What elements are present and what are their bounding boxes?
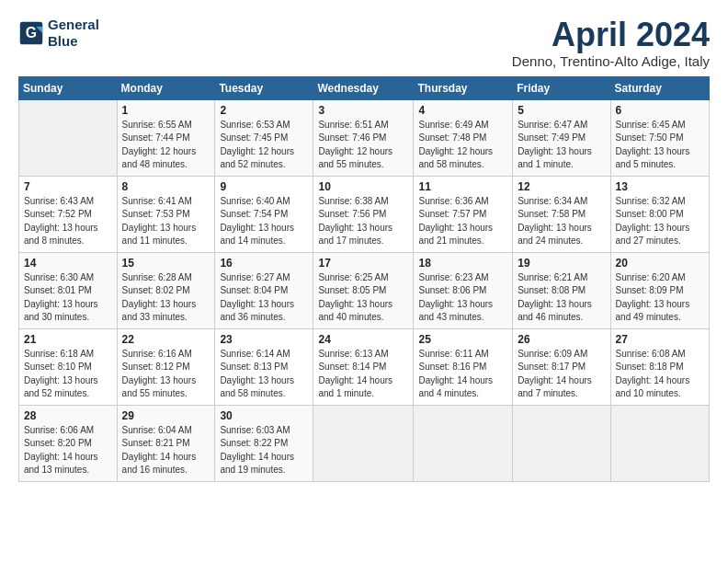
day-info: Sunrise: 6:04 AMSunset: 8:21 PMDaylight:… [122, 424, 210, 477]
day-cell [513, 405, 610, 481]
week-row-0: 1Sunrise: 6:55 AMSunset: 7:44 PMDaylight… [19, 99, 710, 176]
day-cell: 21Sunrise: 6:18 AMSunset: 8:10 PMDayligh… [19, 328, 118, 405]
day-number: 2 [220, 104, 308, 117]
header-friday: Friday [513, 76, 610, 99]
day-number: 21 [24, 333, 112, 346]
day-info: Sunrise: 6:41 AMSunset: 7:53 PMDaylight:… [122, 195, 210, 248]
day-info: Sunrise: 6:45 AMSunset: 7:50 PMDaylight:… [616, 119, 704, 172]
day-number: 4 [418, 104, 507, 117]
day-number: 8 [122, 180, 210, 193]
logo: G General Blue [18, 17, 99, 50]
week-row-4: 28Sunrise: 6:06 AMSunset: 8:20 PMDayligh… [19, 405, 710, 481]
day-number: 23 [220, 333, 308, 346]
day-cell: 7Sunrise: 6:43 AMSunset: 7:52 PMDaylight… [19, 176, 118, 252]
svg-text:G: G [26, 25, 37, 40]
day-cell: 3Sunrise: 6:51 AMSunset: 7:46 PMDaylight… [313, 99, 414, 176]
day-info: Sunrise: 6:27 AMSunset: 8:04 PMDaylight:… [220, 271, 308, 325]
day-cell: 1Sunrise: 6:55 AMSunset: 7:44 PMDaylight… [117, 99, 215, 176]
day-cell [414, 405, 513, 481]
month-title: April 2024 [512, 17, 710, 53]
day-number: 5 [518, 104, 605, 117]
day-cell: 8Sunrise: 6:41 AMSunset: 7:53 PMDaylight… [117, 176, 215, 252]
day-number: 15 [122, 257, 210, 270]
day-info: Sunrise: 6:20 AMSunset: 8:09 PMDaylight:… [616, 271, 704, 325]
day-cell: 10Sunrise: 6:38 AMSunset: 7:56 PMDayligh… [313, 176, 414, 252]
day-cell: 18Sunrise: 6:23 AMSunset: 8:06 PMDayligh… [414, 252, 513, 328]
day-number: 3 [318, 104, 408, 117]
calendar-body: 1Sunrise: 6:55 AMSunset: 7:44 PMDaylight… [19, 99, 710, 481]
day-cell: 19Sunrise: 6:21 AMSunset: 8:08 PMDayligh… [513, 252, 610, 328]
day-info: Sunrise: 6:36 AMSunset: 7:57 PMDaylight:… [418, 195, 507, 248]
day-cell: 15Sunrise: 6:28 AMSunset: 8:02 PMDayligh… [117, 252, 215, 328]
day-info: Sunrise: 6:51 AMSunset: 7:46 PMDaylight:… [318, 119, 408, 172]
day-number: 29 [122, 409, 210, 422]
day-cell: 27Sunrise: 6:08 AMSunset: 8:18 PMDayligh… [610, 328, 709, 405]
header-wednesday: Wednesday [313, 76, 414, 99]
day-info: Sunrise: 6:32 AMSunset: 8:00 PMDaylight:… [616, 195, 704, 248]
day-cell: 9Sunrise: 6:40 AMSunset: 7:54 PMDaylight… [215, 176, 313, 252]
day-info: Sunrise: 6:14 AMSunset: 8:13 PMDaylight:… [220, 348, 308, 401]
day-number: 17 [318, 257, 408, 270]
day-number: 9 [220, 180, 308, 193]
day-cell: 30Sunrise: 6:03 AMSunset: 8:22 PMDayligh… [215, 405, 313, 481]
title-area: April 2024 Denno, Trentino-Alto Adige, I… [512, 17, 710, 69]
day-cell: 24Sunrise: 6:13 AMSunset: 8:14 PMDayligh… [313, 328, 414, 405]
header-sunday: Sunday [19, 76, 118, 99]
day-number: 24 [318, 333, 408, 346]
day-info: Sunrise: 6:09 AMSunset: 8:17 PMDaylight:… [518, 348, 605, 401]
day-info: Sunrise: 6:23 AMSunset: 8:06 PMDaylight:… [418, 271, 507, 325]
day-number: 12 [518, 180, 605, 193]
day-info: Sunrise: 6:49 AMSunset: 7:48 PMDaylight:… [418, 119, 507, 172]
day-number: 18 [418, 257, 507, 270]
day-number: 26 [518, 333, 605, 346]
day-info: Sunrise: 6:21 AMSunset: 8:08 PMDaylight:… [518, 271, 605, 325]
day-info: Sunrise: 6:53 AMSunset: 7:45 PMDaylight:… [220, 119, 308, 172]
day-cell: 6Sunrise: 6:45 AMSunset: 7:50 PMDaylight… [610, 99, 709, 176]
location-subtitle: Denno, Trentino-Alto Adige, Italy [512, 53, 710, 69]
calendar-page: G General Blue April 2024 Denno, Trentin… [0, 0, 728, 563]
day-number: 27 [616, 333, 704, 346]
day-cell: 13Sunrise: 6:32 AMSunset: 8:00 PMDayligh… [610, 176, 709, 252]
day-info: Sunrise: 6:43 AMSunset: 7:52 PMDaylight:… [24, 195, 112, 248]
day-cell [610, 405, 709, 481]
day-info: Sunrise: 6:40 AMSunset: 7:54 PMDaylight:… [220, 195, 308, 248]
day-number: 20 [616, 257, 704, 270]
day-cell: 28Sunrise: 6:06 AMSunset: 8:20 PMDayligh… [19, 405, 118, 481]
day-cell: 26Sunrise: 6:09 AMSunset: 8:17 PMDayligh… [513, 328, 610, 405]
week-row-1: 7Sunrise: 6:43 AMSunset: 7:52 PMDaylight… [19, 176, 710, 252]
day-cell: 11Sunrise: 6:36 AMSunset: 7:57 PMDayligh… [414, 176, 513, 252]
day-cell: 25Sunrise: 6:11 AMSunset: 8:16 PMDayligh… [414, 328, 513, 405]
day-cell: 4Sunrise: 6:49 AMSunset: 7:48 PMDaylight… [414, 99, 513, 176]
week-row-2: 14Sunrise: 6:30 AMSunset: 8:01 PMDayligh… [19, 252, 710, 328]
day-number: 11 [418, 180, 507, 193]
day-info: Sunrise: 6:18 AMSunset: 8:10 PMDaylight:… [24, 348, 112, 401]
day-cell: 2Sunrise: 6:53 AMSunset: 7:45 PMDaylight… [215, 99, 313, 176]
day-number: 13 [616, 180, 704, 193]
day-cell: 23Sunrise: 6:14 AMSunset: 8:13 PMDayligh… [215, 328, 313, 405]
day-info: Sunrise: 6:16 AMSunset: 8:12 PMDaylight:… [122, 348, 210, 401]
day-number: 25 [418, 333, 507, 346]
day-number: 6 [616, 104, 704, 117]
logo-text: General Blue [48, 17, 99, 50]
day-info: Sunrise: 6:06 AMSunset: 8:20 PMDaylight:… [24, 424, 112, 477]
day-number: 7 [24, 180, 112, 193]
logo-icon: G [18, 20, 44, 46]
day-number: 30 [220, 409, 308, 422]
day-cell: 14Sunrise: 6:30 AMSunset: 8:01 PMDayligh… [19, 252, 118, 328]
day-cell: 12Sunrise: 6:34 AMSunset: 7:58 PMDayligh… [513, 176, 610, 252]
day-info: Sunrise: 6:03 AMSunset: 8:22 PMDaylight:… [220, 424, 308, 477]
day-info: Sunrise: 6:28 AMSunset: 8:02 PMDaylight:… [122, 271, 210, 325]
day-cell: 29Sunrise: 6:04 AMSunset: 8:21 PMDayligh… [117, 405, 215, 481]
day-number: 14 [24, 257, 112, 270]
day-info: Sunrise: 6:08 AMSunset: 8:18 PMDaylight:… [616, 348, 704, 401]
day-number: 22 [122, 333, 210, 346]
day-number: 28 [24, 409, 112, 422]
day-info: Sunrise: 6:34 AMSunset: 7:58 PMDaylight:… [518, 195, 605, 248]
week-row-3: 21Sunrise: 6:18 AMSunset: 8:10 PMDayligh… [19, 328, 710, 405]
day-number: 19 [518, 257, 605, 270]
header-row: SundayMondayTuesdayWednesdayThursdayFrid… [19, 76, 710, 99]
calendar-header: SundayMondayTuesdayWednesdayThursdayFrid… [19, 76, 710, 99]
day-cell [313, 405, 414, 481]
header-tuesday: Tuesday [215, 76, 313, 99]
day-number: 10 [318, 180, 408, 193]
